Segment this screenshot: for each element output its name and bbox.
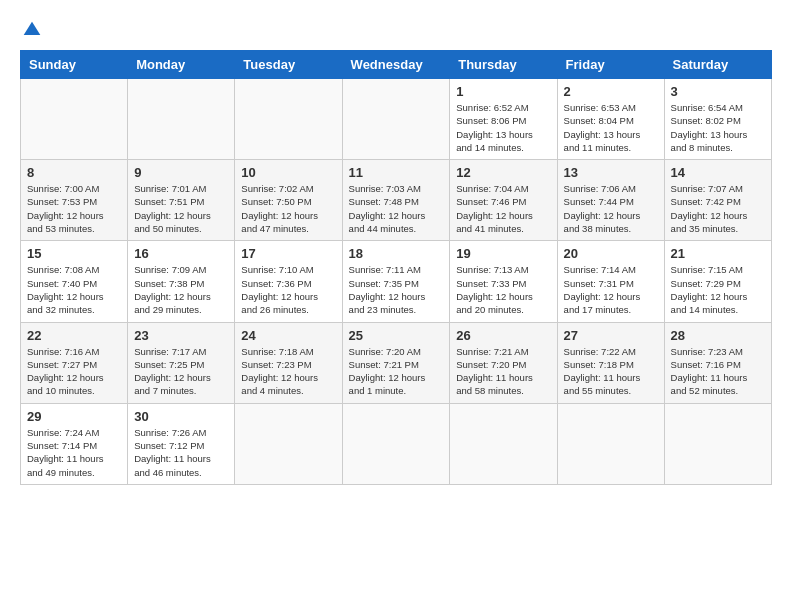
calendar-day-cell: [342, 403, 450, 484]
calendar-day-cell: 29Sunrise: 7:24 AMSunset: 7:14 PMDayligh…: [21, 403, 128, 484]
logo: [20, 20, 42, 40]
calendar-week-row: 29Sunrise: 7:24 AMSunset: 7:14 PMDayligh…: [21, 403, 772, 484]
calendar-day-cell: 9Sunrise: 7:01 AMSunset: 7:51 PMDaylight…: [128, 160, 235, 241]
calendar-day-header: Sunday: [21, 51, 128, 79]
day-info: Sunrise: 7:23 AMSunset: 7:16 PMDaylight:…: [671, 345, 765, 398]
page-header: [20, 20, 772, 40]
day-info: Sunrise: 7:22 AMSunset: 7:18 PMDaylight:…: [564, 345, 658, 398]
day-info: Sunrise: 7:16 AMSunset: 7:27 PMDaylight:…: [27, 345, 121, 398]
day-info: Sunrise: 7:14 AMSunset: 7:31 PMDaylight:…: [564, 263, 658, 316]
calendar-table: SundayMondayTuesdayWednesdayThursdayFrid…: [20, 50, 772, 485]
calendar-day-cell: 3Sunrise: 6:54 AMSunset: 8:02 PMDaylight…: [664, 79, 771, 160]
calendar-day-cell: 12Sunrise: 7:04 AMSunset: 7:46 PMDayligh…: [450, 160, 557, 241]
day-number: 25: [349, 328, 444, 343]
day-number: 27: [564, 328, 658, 343]
calendar-day-cell: 19Sunrise: 7:13 AMSunset: 7:33 PMDayligh…: [450, 241, 557, 322]
day-info: Sunrise: 7:02 AMSunset: 7:50 PMDaylight:…: [241, 182, 335, 235]
calendar-day-cell: [235, 79, 342, 160]
calendar-day-cell: 17Sunrise: 7:10 AMSunset: 7:36 PMDayligh…: [235, 241, 342, 322]
calendar-day-cell: 10Sunrise: 7:02 AMSunset: 7:50 PMDayligh…: [235, 160, 342, 241]
calendar-day-cell: 26Sunrise: 7:21 AMSunset: 7:20 PMDayligh…: [450, 322, 557, 403]
day-info: Sunrise: 7:10 AMSunset: 7:36 PMDaylight:…: [241, 263, 335, 316]
day-info: Sunrise: 7:03 AMSunset: 7:48 PMDaylight:…: [349, 182, 444, 235]
day-number: 30: [134, 409, 228, 424]
day-number: 1: [456, 84, 550, 99]
calendar-day-cell: 2Sunrise: 6:53 AMSunset: 8:04 PMDaylight…: [557, 79, 664, 160]
day-info: Sunrise: 7:08 AMSunset: 7:40 PMDaylight:…: [27, 263, 121, 316]
calendar-week-row: 1Sunrise: 6:52 AMSunset: 8:06 PMDaylight…: [21, 79, 772, 160]
day-info: Sunrise: 7:17 AMSunset: 7:25 PMDaylight:…: [134, 345, 228, 398]
day-number: 8: [27, 165, 121, 180]
day-number: 20: [564, 246, 658, 261]
day-number: 16: [134, 246, 228, 261]
day-number: 3: [671, 84, 765, 99]
day-number: 28: [671, 328, 765, 343]
day-number: 14: [671, 165, 765, 180]
calendar-day-cell: [557, 403, 664, 484]
calendar-day-cell: [664, 403, 771, 484]
svg-marker-0: [24, 22, 41, 35]
day-number: 12: [456, 165, 550, 180]
calendar-day-cell: 18Sunrise: 7:11 AMSunset: 7:35 PMDayligh…: [342, 241, 450, 322]
calendar-day-cell: [342, 79, 450, 160]
day-number: 11: [349, 165, 444, 180]
day-info: Sunrise: 7:01 AMSunset: 7:51 PMDaylight:…: [134, 182, 228, 235]
calendar-day-cell: 11Sunrise: 7:03 AMSunset: 7:48 PMDayligh…: [342, 160, 450, 241]
day-info: Sunrise: 7:04 AMSunset: 7:46 PMDaylight:…: [456, 182, 550, 235]
calendar-day-cell: 25Sunrise: 7:20 AMSunset: 7:21 PMDayligh…: [342, 322, 450, 403]
calendar-day-cell: 16Sunrise: 7:09 AMSunset: 7:38 PMDayligh…: [128, 241, 235, 322]
calendar-week-row: 15Sunrise: 7:08 AMSunset: 7:40 PMDayligh…: [21, 241, 772, 322]
day-info: Sunrise: 7:06 AMSunset: 7:44 PMDaylight:…: [564, 182, 658, 235]
day-number: 19: [456, 246, 550, 261]
calendar-header-row: SundayMondayTuesdayWednesdayThursdayFrid…: [21, 51, 772, 79]
calendar-day-cell: 27Sunrise: 7:22 AMSunset: 7:18 PMDayligh…: [557, 322, 664, 403]
day-number: 22: [27, 328, 121, 343]
calendar-day-cell: [128, 79, 235, 160]
calendar-day-header: Tuesday: [235, 51, 342, 79]
day-info: Sunrise: 6:54 AMSunset: 8:02 PMDaylight:…: [671, 101, 765, 154]
day-info: Sunrise: 7:13 AMSunset: 7:33 PMDaylight:…: [456, 263, 550, 316]
day-info: Sunrise: 7:21 AMSunset: 7:20 PMDaylight:…: [456, 345, 550, 398]
calendar-day-header: Friday: [557, 51, 664, 79]
day-info: Sunrise: 6:53 AMSunset: 8:04 PMDaylight:…: [564, 101, 658, 154]
calendar-day-cell: 15Sunrise: 7:08 AMSunset: 7:40 PMDayligh…: [21, 241, 128, 322]
calendar-day-cell: 21Sunrise: 7:15 AMSunset: 7:29 PMDayligh…: [664, 241, 771, 322]
calendar-day-cell: [21, 79, 128, 160]
day-info: Sunrise: 7:07 AMSunset: 7:42 PMDaylight:…: [671, 182, 765, 235]
calendar-day-cell: 20Sunrise: 7:14 AMSunset: 7:31 PMDayligh…: [557, 241, 664, 322]
day-info: Sunrise: 7:11 AMSunset: 7:35 PMDaylight:…: [349, 263, 444, 316]
calendar-day-cell: 1Sunrise: 6:52 AMSunset: 8:06 PMDaylight…: [450, 79, 557, 160]
calendar-week-row: 8Sunrise: 7:00 AMSunset: 7:53 PMDaylight…: [21, 160, 772, 241]
calendar-day-header: Saturday: [664, 51, 771, 79]
day-number: 9: [134, 165, 228, 180]
calendar-day-cell: [235, 403, 342, 484]
calendar-day-cell: 30Sunrise: 7:26 AMSunset: 7:12 PMDayligh…: [128, 403, 235, 484]
calendar-day-cell: 24Sunrise: 7:18 AMSunset: 7:23 PMDayligh…: [235, 322, 342, 403]
day-number: 24: [241, 328, 335, 343]
day-info: Sunrise: 7:20 AMSunset: 7:21 PMDaylight:…: [349, 345, 444, 398]
day-number: 17: [241, 246, 335, 261]
day-number: 10: [241, 165, 335, 180]
calendar-day-cell: 23Sunrise: 7:17 AMSunset: 7:25 PMDayligh…: [128, 322, 235, 403]
day-number: 18: [349, 246, 444, 261]
calendar-day-header: Wednesday: [342, 51, 450, 79]
calendar-week-row: 22Sunrise: 7:16 AMSunset: 7:27 PMDayligh…: [21, 322, 772, 403]
day-info: Sunrise: 7:09 AMSunset: 7:38 PMDaylight:…: [134, 263, 228, 316]
day-number: 2: [564, 84, 658, 99]
calendar-day-header: Thursday: [450, 51, 557, 79]
calendar-day-cell: 14Sunrise: 7:07 AMSunset: 7:42 PMDayligh…: [664, 160, 771, 241]
calendar-day-cell: 8Sunrise: 7:00 AMSunset: 7:53 PMDaylight…: [21, 160, 128, 241]
calendar-day-cell: 13Sunrise: 7:06 AMSunset: 7:44 PMDayligh…: [557, 160, 664, 241]
day-info: Sunrise: 7:26 AMSunset: 7:12 PMDaylight:…: [134, 426, 228, 479]
calendar-day-cell: 22Sunrise: 7:16 AMSunset: 7:27 PMDayligh…: [21, 322, 128, 403]
day-info: Sunrise: 6:52 AMSunset: 8:06 PMDaylight:…: [456, 101, 550, 154]
day-info: Sunrise: 7:00 AMSunset: 7:53 PMDaylight:…: [27, 182, 121, 235]
day-number: 26: [456, 328, 550, 343]
day-number: 29: [27, 409, 121, 424]
day-info: Sunrise: 7:15 AMSunset: 7:29 PMDaylight:…: [671, 263, 765, 316]
logo-icon: [22, 20, 42, 40]
day-number: 15: [27, 246, 121, 261]
calendar-day-cell: 28Sunrise: 7:23 AMSunset: 7:16 PMDayligh…: [664, 322, 771, 403]
day-number: 21: [671, 246, 765, 261]
day-info: Sunrise: 7:24 AMSunset: 7:14 PMDaylight:…: [27, 426, 121, 479]
